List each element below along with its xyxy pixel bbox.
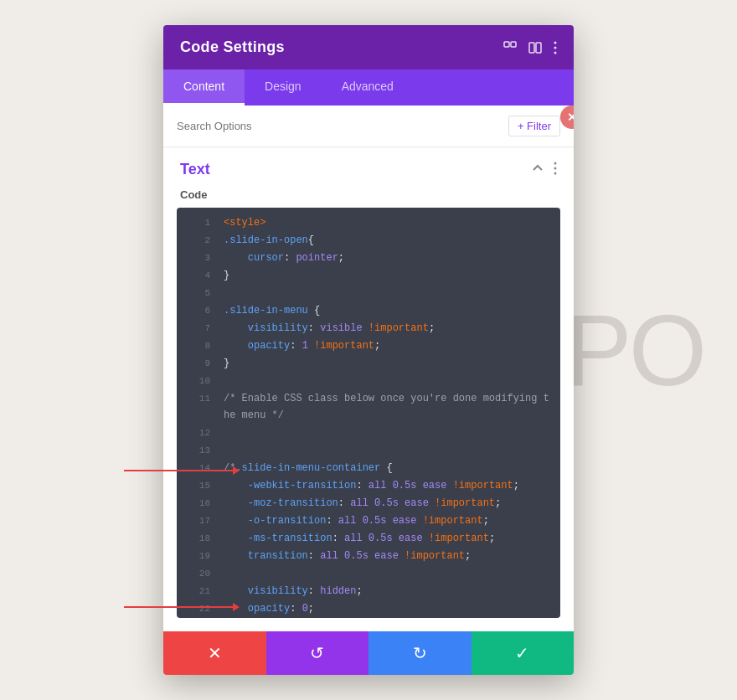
modal-title: Code Settings xyxy=(180,39,285,56)
section-controls xyxy=(532,162,557,178)
modal-footer: ✕ ↺ ↻ ✓ xyxy=(163,631,574,675)
code-line-1: 1 <style> xyxy=(177,214,560,232)
code-line-4: 4 } xyxy=(177,267,560,285)
modal-overlay: Code Settings xyxy=(0,0,737,700)
tab-design[interactable]: Design xyxy=(245,69,322,106)
code-line-7: 7 visibility: visible !important; xyxy=(177,320,560,337)
search-bar: + Filter xyxy=(163,106,574,147)
code-line-18: 18 -ms-transition: all 0.5s ease !import… xyxy=(177,530,560,548)
code-editor[interactable]: 1 <style> 2 .slide-in-open{ 3 cursor: po… xyxy=(177,208,560,618)
arrow-annotation-2 xyxy=(124,603,240,611)
code-line-3: 3 cursor: pointer; xyxy=(177,250,560,267)
svg-point-5 xyxy=(554,46,557,49)
section-header: Text xyxy=(163,147,574,185)
save-button[interactable]: ✓ xyxy=(472,631,575,675)
code-line-2: 2 .slide-in-open{ xyxy=(177,232,560,250)
redo-button[interactable]: ↻ xyxy=(368,631,472,675)
svg-rect-1 xyxy=(511,42,516,47)
code-line-16: 16 -moz-transition: all 0.5s ease !impor… xyxy=(177,495,560,512)
section-title: Text xyxy=(180,161,210,178)
svg-point-8 xyxy=(554,167,557,169)
code-line-19: 19 transition: all 0.5s ease !important; xyxy=(177,548,560,565)
code-line-6: 6 .slide-in-menu { xyxy=(177,302,560,320)
undo-button[interactable]: ↺ xyxy=(266,631,369,675)
svg-point-9 xyxy=(554,172,557,174)
svg-rect-2 xyxy=(529,43,534,53)
tab-advanced[interactable]: Advanced xyxy=(322,69,414,106)
code-line-10: 10 xyxy=(177,373,560,390)
code-content: 1 <style> 2 .slide-in-open{ 3 cursor: po… xyxy=(177,208,560,618)
modal-tabs: Content Design Advanced xyxy=(163,69,574,106)
code-label: Code xyxy=(163,185,574,208)
code-line-21: 21 visibility: hidden; xyxy=(177,583,560,600)
code-line-12: 12 xyxy=(177,425,560,442)
section-more-icon[interactable] xyxy=(554,162,557,178)
code-line-13: 13 xyxy=(177,442,560,460)
code-line-5: 5 xyxy=(177,285,560,302)
columns-icon[interactable] xyxy=(528,41,542,54)
header-icons xyxy=(503,41,557,54)
search-input[interactable] xyxy=(177,120,508,132)
svg-rect-0 xyxy=(504,42,509,47)
svg-rect-3 xyxy=(536,43,541,53)
svg-point-6 xyxy=(554,51,557,54)
code-line-15: 15 -webkit-transition: all 0.5s ease !im… xyxy=(177,477,560,495)
svg-point-7 xyxy=(554,162,557,164)
code-line-20: 20 xyxy=(177,565,560,583)
modal-header: Code Settings xyxy=(163,25,574,69)
code-line-8: 8 opacity: 1 !important; xyxy=(177,337,560,355)
cancel-button[interactable]: ✕ xyxy=(163,631,266,675)
code-line-9: 9 } xyxy=(177,355,560,373)
filter-button[interactable]: + Filter xyxy=(508,116,560,136)
tab-content[interactable]: Content xyxy=(163,69,245,106)
more-options-icon[interactable] xyxy=(554,41,557,54)
expand-icon[interactable] xyxy=(503,41,517,54)
code-line-17: 17 -o-transition: all 0.5s ease !importa… xyxy=(177,512,560,530)
code-settings-modal: Code Settings xyxy=(163,25,574,675)
svg-point-4 xyxy=(554,41,557,44)
code-line-11: 11 /* Enable CSS class below once you're… xyxy=(177,390,560,425)
collapse-icon[interactable] xyxy=(532,162,544,178)
arrow-annotation-1 xyxy=(124,466,240,475)
